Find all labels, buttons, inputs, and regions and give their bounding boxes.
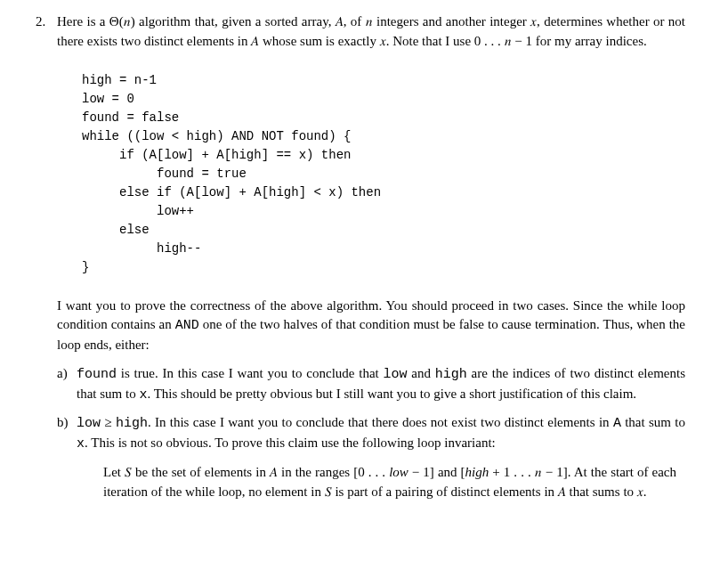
proof-intro: I want you to prove the correctness of t… (57, 297, 685, 355)
case-b-text-4: . In this case I want you to conclude th… (148, 415, 613, 429)
low-keyword-2: low (77, 416, 101, 431)
case-b: b) low ≥ high. In this case I want you t… (57, 413, 685, 501)
case-a-text-4: and (408, 366, 435, 380)
array-a-keyword: A (613, 416, 621, 431)
case-b-label: b) (57, 413, 77, 433)
x-keyword-2: x (77, 436, 85, 452)
low-keyword: low (384, 367, 408, 382)
high-keyword: high (435, 367, 467, 382)
case-b-text-6: that sum to (621, 415, 685, 429)
inv-text-1: Let 𝑆 be the set of elements in 𝐴 in the… (103, 465, 389, 479)
problem-number: 2. (36, 12, 57, 32)
case-a-text-2: is true. In this case I want you to conc… (117, 366, 384, 380)
low-italic: low (389, 465, 408, 479)
case-a-text-8: . This should be pretty obvious but I st… (147, 387, 636, 401)
found-keyword: found (77, 367, 117, 382)
loop-invariant: Let 𝑆 be the set of elements in 𝐴 in the… (103, 463, 676, 502)
case-b-body: low ≥ high. In this case I want you to c… (77, 413, 685, 501)
high-keyword-2: high (116, 416, 148, 431)
and-keyword: AND (175, 318, 199, 333)
problem-body: Here is a Θ(𝑛) algorithm that, given a s… (57, 12, 685, 501)
case-a-body: found is true. In this case I want you t… (77, 364, 685, 405)
problem-item: 2. Here is a Θ(𝑛) algorithm that, given … (36, 12, 685, 501)
geq-symbol: ≥ (101, 415, 116, 429)
high-italic: high (465, 465, 489, 479)
case-b-text: low ≥ high. In this case I want you to c… (77, 413, 685, 454)
case-a: a) found is true. In this case I want yo… (57, 364, 685, 405)
case-a-label: a) (57, 364, 77, 384)
intro-paragraph: Here is a Θ(𝑛) algorithm that, given a s… (57, 12, 685, 52)
pseudocode-block: high = n-1 low = 0 found = false while (… (82, 71, 685, 277)
inv-text-3: − 1] and [ (408, 465, 465, 479)
case-b-text-8: . This is not so obvious. To prove this … (85, 435, 496, 450)
